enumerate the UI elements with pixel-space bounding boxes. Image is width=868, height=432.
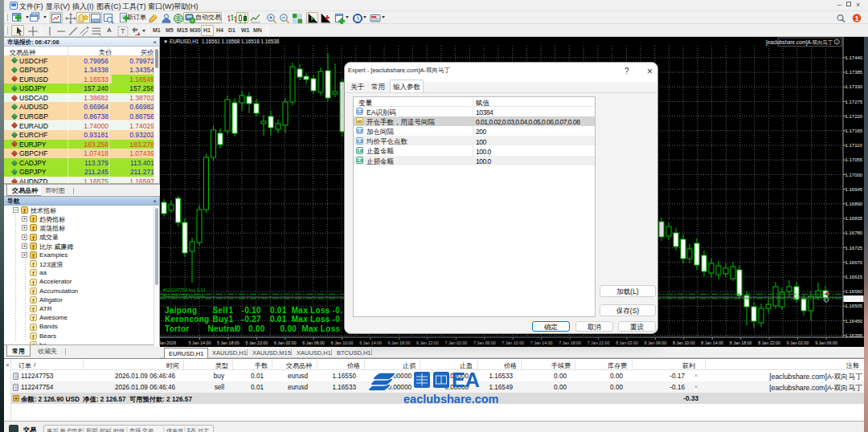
svg-text:T: T: [121, 27, 125, 35]
svg-text:1.17110: 1.17110: [845, 143, 863, 148]
svg-text:1.16538: 1.16538: [845, 296, 863, 301]
svg-text:#112247753 buy 0.01: #112247753 buy 0.01: [163, 287, 206, 292]
svg-text:6 Jan 18:00: 6 Jan 18:00: [388, 340, 411, 345]
svg-text:6 Jan 22:00: 6 Jan 22:00: [416, 340, 439, 345]
svg-text:1.17165: 1.17165: [845, 128, 863, 133]
svg-text:7 Jan 06:00: 7 Jan 06:00: [473, 340, 496, 345]
svg-text:7 Jan 14:00: 7 Jan 14:00: [530, 340, 553, 345]
svg-text:8 Jan 18:00: 8 Jan 18:00: [730, 340, 752, 345]
svg-text:7 Jan 22:00: 7 Jan 22:00: [588, 340, 610, 345]
svg-text:1.16560: 1.16560: [845, 289, 863, 294]
svg-text:1.16615: 1.16615: [845, 275, 863, 279]
svg-text:1.17385: 1.17385: [845, 70, 863, 75]
svg-text:1.17055: 1.17055: [845, 157, 863, 162]
svg-text:1.16945: 1.16945: [845, 187, 863, 192]
svg-text:5 Jan 2026: 5 Jan 2026: [160, 340, 176, 345]
svg-text:1.17330: 1.17330: [845, 84, 863, 89]
svg-text:6 Jan 10:00: 6 Jan 10:00: [331, 340, 354, 345]
svg-text:1.16670: 1.16670: [845, 260, 863, 265]
svg-text:5 Jan 22:00: 5 Jan 22:00: [246, 340, 268, 345]
svg-text:8 Jan 06:00: 8 Jan 06:00: [645, 340, 667, 345]
svg-text:KeroncongBuy1-0.270.01Max Loss: KeroncongBuy1-0.270.01Max Loss -0: [165, 315, 340, 324]
svg-text:1.16505: 1.16505: [845, 304, 863, 308]
svg-text:7 Jan 18:00: 7 Jan 18:00: [559, 340, 581, 345]
svg-text:9 Jan 02:00: 9 Jan 02:00: [787, 340, 809, 345]
svg-text:1.17440: 1.17440: [845, 55, 863, 60]
svg-text:6 Jan 06:00: 6 Jan 06:00: [302, 340, 325, 345]
svg-text:6 Jan 14:00: 6 Jan 14:00: [359, 340, 382, 345]
svg-text:7 Jan 02:00: 7 Jan 02:00: [445, 340, 468, 345]
svg-text:7 Jan 10:00: 7 Jan 10:00: [502, 340, 524, 345]
svg-text:eaclubshare.com: eaclubshare.com: [403, 393, 498, 406]
svg-text:5 Jan 18:00: 5 Jan 18:00: [217, 340, 240, 345]
svg-text:1.16450: 1.16450: [845, 319, 863, 324]
svg-text:1.17275: 1.17275: [845, 100, 863, 104]
svg-text:▼ EURUSD,H1 1.16561 1.16568 1: ▼ EURUSD,H1 1.16561 1.16568 1.16518 1.16…: [163, 39, 280, 44]
svg-text:1.17220: 1.17220: [845, 114, 863, 119]
svg-text:6 Jan 02:00: 6 Jan 02:00: [274, 340, 297, 345]
svg-text:EA: EA: [452, 369, 480, 391]
svg-text:8 Jan 22:00: 8 Jan 22:00: [758, 340, 780, 345]
svg-text:1.16890: 1.16890: [845, 202, 863, 206]
svg-text:[eaclubshare.com]A-双向马丁: [eaclubshare.com]A-双向马丁: [766, 39, 833, 46]
svg-text:8 Jan 02:00: 8 Jan 02:00: [616, 340, 638, 345]
svg-text:9 Jan 06:00: 9 Jan 06:00: [815, 340, 837, 345]
svg-text:1.16725: 1.16725: [845, 246, 863, 251]
svg-text:1.16780: 1.16780: [845, 230, 863, 235]
svg-text:1.16835: 1.16835: [845, 216, 863, 221]
svg-text:JaipongSell1-0.100.01Max Loss: JaipongSell1-0.100.01Max Loss -0.: [165, 306, 342, 315]
svg-text:8 Jan 14:00: 8 Jan 14:00: [701, 340, 723, 345]
svg-text:1.17000: 1.17000: [845, 173, 863, 177]
svg-text:#112247754 sell 0.01: #112247754 sell 0.01: [163, 293, 205, 298]
svg-text:1.16395: 1.16395: [845, 333, 863, 338]
svg-text:1: 1: [855, 14, 859, 22]
svg-text:8 Jan 10:00: 8 Jan 10:00: [673, 340, 695, 345]
svg-text:5 Jan 14:00: 5 Jan 14:00: [189, 340, 211, 345]
